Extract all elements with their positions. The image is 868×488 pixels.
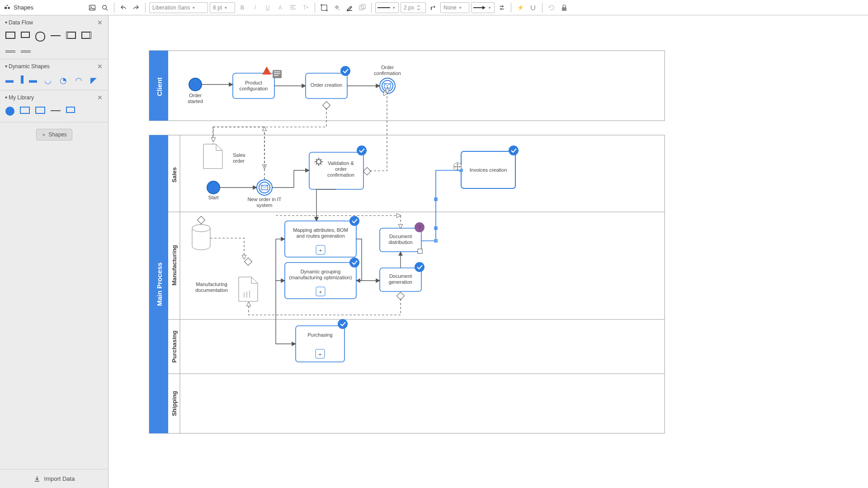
doc-gen-label: Documentgeneration [389,273,412,285]
shape-datastore2[interactable] [81,32,91,39]
bold-icon[interactable]: B [237,2,248,13]
italic-icon[interactable]: I [250,2,260,13]
lib-box3[interactable] [66,107,75,113]
svg-rect-5 [321,4,322,5]
note-icon [273,70,282,78]
undo-icon[interactable] [118,2,129,13]
dyn-arc[interactable]: ◡ [44,75,54,83]
group-title[interactable]: Dynamic Shapes [5,63,50,70]
svg-point-1 [90,6,92,7]
lib-box1[interactable] [20,107,30,114]
line-start-select[interactable]: None▾ [440,2,469,13]
close-icon[interactable]: ✕ [97,19,103,26]
shape-rect-small[interactable] [21,32,30,38]
diagram[interactable]: Client Orderstarted Productconfiguration… [108,15,868,488]
lane-purchasing-label: Purchasing [171,331,178,363]
revert-icon[interactable] [546,2,557,13]
align-icon[interactable] [288,2,298,13]
dyn-crescent[interactable]: ◠ [75,75,85,83]
order-started-label: Orderstarted [188,93,203,104]
svg-point-16 [189,78,202,91]
pool-main-label: Main Process [156,263,163,306]
canvas[interactable]: Client Orderstarted Productconfiguration… [108,15,868,488]
dyn-bar[interactable] [21,75,24,84]
group-title[interactable]: My Library [5,94,34,101]
svg-point-7 [339,9,340,10]
dyn-pie[interactable]: ◔ [60,75,70,83]
lock-icon[interactable] [559,2,570,13]
palette-dataflow [0,30,108,59]
check-icon [415,262,425,272]
shape-style-icon[interactable] [357,2,368,13]
text-color-icon[interactable]: A [275,2,286,13]
fill-icon[interactable] [331,2,342,13]
node-start[interactable]: Start [207,181,220,200]
node-mapping[interactable]: Mapping attributes, BOMand routes genera… [285,216,359,257]
chevron-down-icon: ▾ [225,5,227,10]
shapes-icon [4,4,11,11]
underline-icon[interactable]: U [262,2,273,13]
line-end-select[interactable]: ▾ [471,2,495,13]
close-icon[interactable]: ✕ [97,94,103,101]
pool-client[interactable]: Client [149,51,665,121]
redo-icon[interactable] [131,2,142,13]
shape-double-line-2[interactable] [21,51,31,52]
line-routing-icon[interactable] [428,2,439,13]
font-size-value: 8 pt [213,5,222,11]
svg-text:?: ? [418,225,421,230]
shapes-label: Shapes [14,4,33,11]
lib-circle[interactable] [5,107,14,116]
check-icon [349,258,359,267]
chevron-down-icon: ▾ [193,5,195,10]
doc-dist-label: Documentdistribution [388,234,412,245]
sidebar: Data Flow✕ Dynamic Shapes✕ ▬ ▬ ◡ ◔ ◠ ◤ M… [0,15,108,488]
chevron-down-icon: ▾ [489,5,491,10]
order-creation-label: Order creation [311,82,342,88]
shape-line[interactable] [51,35,61,36]
flash-icon[interactable]: ⚡ [515,2,526,13]
node-purchasing[interactable]: Purchasing + [296,319,348,362]
dyn-quarter[interactable]: ◤ [90,75,100,83]
lane-manufacturing-label: Manufacturing [171,245,178,286]
lane-shipping-label: Shipping [171,391,178,416]
svg-line-3 [106,9,108,10]
magnet-icon[interactable] [528,2,538,13]
search-icon[interactable] [99,2,110,13]
image-icon[interactable] [87,2,98,13]
import-data-button[interactable]: Import Data [0,469,108,488]
sales-order-label: Salesorder [233,152,245,164]
node-validation[interactable]: Validation &orderconfirmation [309,145,371,189]
shape-ellipse[interactable] [35,32,45,42]
invoices-label: Invoices creation [470,167,507,173]
dyn-minus[interactable]: ▬ [29,75,39,83]
move-cursor-icon [453,163,462,171]
svg-rect-65 [418,249,422,253]
start-label: Start [208,195,218,200]
text-options-icon[interactable]: T▾ [300,2,311,13]
node-dynamic-group[interactable]: Dynamic grouping(manufacturing optimizat… [285,258,359,299]
shapes-toggle[interactable]: Shapes [4,4,33,11]
shape-datastore[interactable] [66,32,76,39]
lib-box2[interactable] [35,107,45,114]
add-shapes-button[interactable]: ＋ Shapes [36,129,72,141]
line-width-value: 2 px [404,5,414,11]
sidebar-group-dataflow: Data Flow✕ [0,15,108,59]
pen-icon[interactable] [344,2,355,13]
svg-text:!: ! [266,68,267,74]
svg-rect-66 [434,239,438,243]
group-title[interactable]: Data Flow [5,19,33,26]
shape-bounds-icon[interactable] [319,2,330,13]
mapping-label: Mapping attributes, BOMand routes genera… [293,227,348,239]
line-style-select[interactable]: ▾ [375,2,399,13]
lib-line[interactable] [51,110,61,111]
shape-rect[interactable] [5,32,15,39]
shape-double-line[interactable] [5,51,15,52]
svg-rect-6 [326,9,328,11]
line-width-select[interactable]: 2 px [401,2,426,13]
font-size-select[interactable]: 8 pt▾ [210,2,235,13]
svg-rect-14 [149,51,665,121]
close-icon[interactable]: ✕ [97,63,103,70]
swap-ends-icon[interactable] [496,2,507,13]
font-family-select[interactable]: Liberation Sans▾ [149,2,208,13]
dyn-dash[interactable]: ▬ [5,75,15,83]
